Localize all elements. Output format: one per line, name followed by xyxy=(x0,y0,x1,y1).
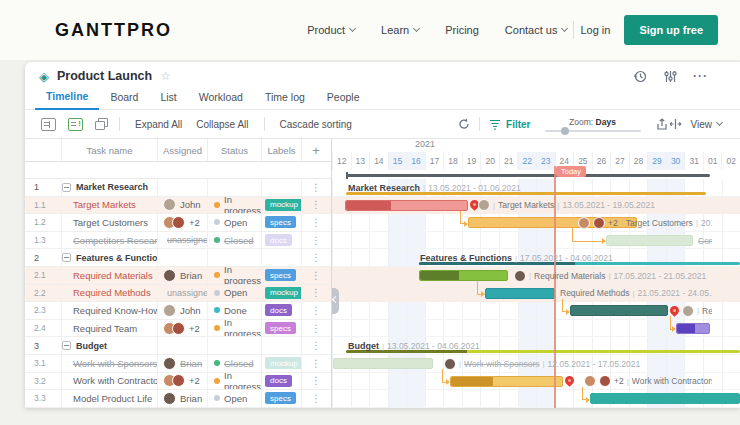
row-menu-button[interactable]: ⋮ xyxy=(302,267,330,284)
export-icon[interactable] xyxy=(655,117,669,131)
task-bar[interactable] xyxy=(676,323,710,334)
favorite-star-icon[interactable]: ☆ xyxy=(160,69,171,83)
row-menu-button[interactable]: ⋮ xyxy=(302,249,330,266)
nav-item-product[interactable]: Product xyxy=(307,24,355,36)
table-row[interactable]: 3Budget⋮ xyxy=(25,337,331,355)
day-header[interactable]: 21 xyxy=(499,152,518,170)
table-row[interactable]: 3.2Work with Contractors+2In progressdoc… xyxy=(25,373,331,391)
label-chip[interactable]: mockup xyxy=(265,199,302,211)
table-row[interactable]: 3.1Work with SponsorsBrianClosedmockup⋮ xyxy=(25,355,331,373)
day-header[interactable]: 16 xyxy=(406,152,425,170)
tab-workload[interactable]: Workload xyxy=(188,91,254,109)
tab-timeline[interactable]: Timeline xyxy=(35,90,99,110)
table-row[interactable]: 1.2Target Customers+2Openspecs⋮ xyxy=(25,214,331,232)
zoom-slider[interactable]: Zoom: Days xyxy=(545,117,641,132)
task-bar[interactable] xyxy=(485,288,555,299)
day-header[interactable]: 30 xyxy=(666,152,685,170)
label-chip[interactable]: docs xyxy=(265,304,292,316)
day-header[interactable]: 14 xyxy=(369,152,388,170)
task-bar[interactable] xyxy=(606,235,693,246)
tab-time-log[interactable]: Time log xyxy=(254,91,316,109)
row-menu-button[interactable]: ⋮ xyxy=(302,390,330,407)
task-bar[interactable] xyxy=(345,200,468,211)
day-header[interactable]: 15 xyxy=(388,152,407,170)
fit-to-screen-icon[interactable] xyxy=(669,117,683,131)
task-bar[interactable] xyxy=(570,305,668,316)
task-note-icon[interactable] xyxy=(68,118,83,131)
collapse-icon[interactable] xyxy=(62,341,71,350)
filter-button[interactable]: Filter xyxy=(506,119,530,130)
table-row[interactable]: 2.3Required Know-HowJohnDonedocs⋮ xyxy=(25,302,331,320)
table-row[interactable]: 2.2Required MethodsunassignedOpenmockup⋮ xyxy=(25,285,331,303)
task-bar[interactable] xyxy=(590,393,740,404)
column-header-task-name[interactable]: Task name xyxy=(62,139,158,161)
day-header[interactable]: 18 xyxy=(443,152,462,170)
row-menu-button[interactable]: ⋮ xyxy=(302,197,330,214)
label-chip[interactable]: mockup xyxy=(265,287,302,299)
cascade-sorting-button[interactable]: Cascade sorting xyxy=(273,119,359,130)
row-menu-button[interactable]: ⋮ xyxy=(302,337,330,354)
label-chip[interactable]: mockup xyxy=(265,357,302,369)
nav-item-learn[interactable]: Learn xyxy=(381,24,419,36)
task-bar[interactable] xyxy=(450,376,563,387)
day-header[interactable]: 12 xyxy=(332,152,351,170)
label-chip[interactable]: docs xyxy=(265,375,292,387)
add-column-button[interactable]: + xyxy=(302,139,330,161)
table-row[interactable]: 2Features & Functions⋮ xyxy=(25,249,331,267)
zoom-track[interactable] xyxy=(545,130,641,132)
day-header[interactable]: 20 xyxy=(480,152,499,170)
label-chip[interactable]: specs xyxy=(265,322,296,334)
filter-icon[interactable] xyxy=(488,117,502,131)
more-menu-icon[interactable]: ··· xyxy=(693,69,708,83)
project-summary-bar[interactable] xyxy=(346,174,710,177)
expand-all-button[interactable]: Expand All xyxy=(128,119,189,130)
column-header-labels[interactable]: Labels xyxy=(262,139,302,161)
label-chip[interactable]: specs xyxy=(265,392,296,404)
table-row[interactable]: 2.1Required MaterialsBrianIn progressspe… xyxy=(25,267,331,285)
row-menu-button[interactable]: ⋮ xyxy=(302,232,330,249)
table-row[interactable]: 1.3Competitors ResearchunassignedClosedd… xyxy=(25,232,331,250)
day-header[interactable]: 19 xyxy=(462,152,481,170)
collapse-icon[interactable] xyxy=(62,253,71,262)
table-row[interactable]: 1Market Research⋮ xyxy=(25,179,331,197)
table-row[interactable]: 3.3Model Product LifeBrianOpenspecs⋮ xyxy=(25,390,331,408)
row-menu-button[interactable]: ⋮ xyxy=(302,355,330,372)
day-header[interactable]: 29 xyxy=(647,152,666,170)
signup-button[interactable]: Sign up free xyxy=(624,15,718,45)
day-header[interactable]: 26 xyxy=(592,152,611,170)
day-header[interactable]: 31 xyxy=(684,152,703,170)
day-header[interactable]: 22 xyxy=(517,152,536,170)
task-bar[interactable] xyxy=(333,358,433,369)
row-menu-button[interactable]: ⋮ xyxy=(302,214,330,231)
label-chip[interactable]: specs xyxy=(265,269,296,281)
row-menu-button[interactable]: ⋮ xyxy=(302,302,330,319)
day-header[interactable]: 02 xyxy=(721,152,740,170)
refresh-icon[interactable] xyxy=(457,117,471,131)
column-header-status[interactable]: Status xyxy=(208,139,262,161)
day-header[interactable]: 13 xyxy=(351,152,370,170)
login-link[interactable]: Log in xyxy=(580,24,610,36)
task-settings-icon[interactable] xyxy=(41,118,56,131)
row-menu-button[interactable]: ⋮ xyxy=(302,285,330,302)
grid-splitter-handle[interactable] xyxy=(332,288,339,314)
table-row[interactable]: 2.4Required Team+2In progressspecs⋮ xyxy=(25,320,331,338)
collapse-icon[interactable] xyxy=(62,183,71,192)
label-chip[interactable]: docs xyxy=(265,234,292,246)
day-header[interactable]: 27 xyxy=(610,152,629,170)
table-row[interactable]: 1.1Target MarketsJohnIn progressmockup⋮ xyxy=(25,197,331,215)
day-header[interactable]: 01 xyxy=(703,152,722,170)
tab-list[interactable]: List xyxy=(149,91,187,109)
view-dropdown[interactable]: View xyxy=(691,119,723,130)
column-header-assigned[interactable]: Assigned xyxy=(158,139,208,161)
settings-sliders-icon[interactable] xyxy=(663,69,677,83)
row-menu-button[interactable]: ⋮ xyxy=(302,179,330,196)
nav-item-contact-us[interactable]: Contact us xyxy=(505,24,568,36)
tab-people[interactable]: People xyxy=(316,91,371,109)
day-header[interactable]: 23 xyxy=(536,152,555,170)
day-header[interactable]: 28 xyxy=(629,152,648,170)
nav-item-pricing[interactable]: Pricing xyxy=(445,24,479,36)
history-icon[interactable] xyxy=(633,69,647,83)
zoom-knob[interactable] xyxy=(561,127,569,135)
collapse-all-button[interactable]: Collapse All xyxy=(189,119,255,130)
label-chip[interactable]: specs xyxy=(265,216,296,228)
